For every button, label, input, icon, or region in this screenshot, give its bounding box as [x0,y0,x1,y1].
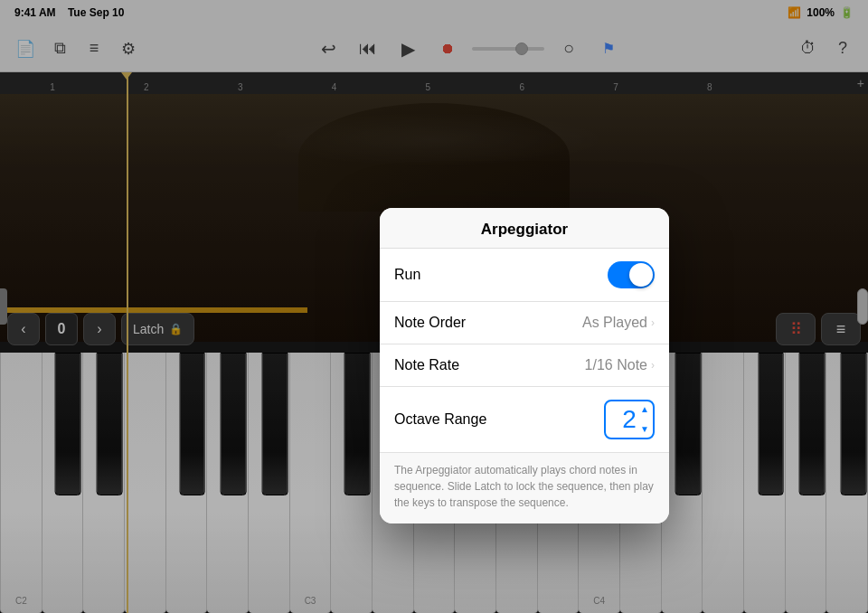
arp-octave-range-label: Octave Range [394,411,486,428]
octave-range-spinner[interactable]: 2 ▲ ▼ [604,400,655,439]
octave-range-value: 2 [622,405,637,434]
arp-note-rate-text: 1/16 Note [585,357,647,373]
arp-note-order-label: Note Order [394,315,466,331]
arp-toggle-thumb [629,263,653,287]
arp-run-row: Run [380,249,669,302]
arp-title-bar: Arpeggiator [380,208,669,249]
arp-description-text: The Arpeggiator automatically plays chor… [394,462,655,511]
octave-increment-button[interactable]: ▲ [640,405,649,414]
arp-note-rate-label: Note Rate [394,357,459,373]
arp-note-order-chevron: › [651,316,655,329]
arp-note-rate-row[interactable]: Note Rate 1/16 Note › [380,344,669,387]
arp-run-toggle[interactable] [608,261,655,288]
arpeggiator-panel: Arpeggiator Run Note Order As Played › N… [380,208,669,523]
arp-note-order-text: As Played [582,315,647,331]
arp-note-order-value[interactable]: As Played › [582,315,655,331]
octave-spinner-arrows: ▲ ▼ [640,405,649,434]
arp-note-order-row[interactable]: Note Order As Played › [380,302,669,344]
arp-note-rate-chevron: › [651,359,655,372]
arp-run-label: Run [394,267,420,283]
octave-decrement-button[interactable]: ▼ [640,425,649,434]
arp-title: Arpeggiator [394,221,655,239]
arp-octave-range-row: Octave Range 2 ▲ ▼ [380,387,669,453]
arp-description: The Arpeggiator automatically plays chor… [380,453,669,523]
arp-note-rate-value[interactable]: 1/16 Note › [585,357,655,373]
